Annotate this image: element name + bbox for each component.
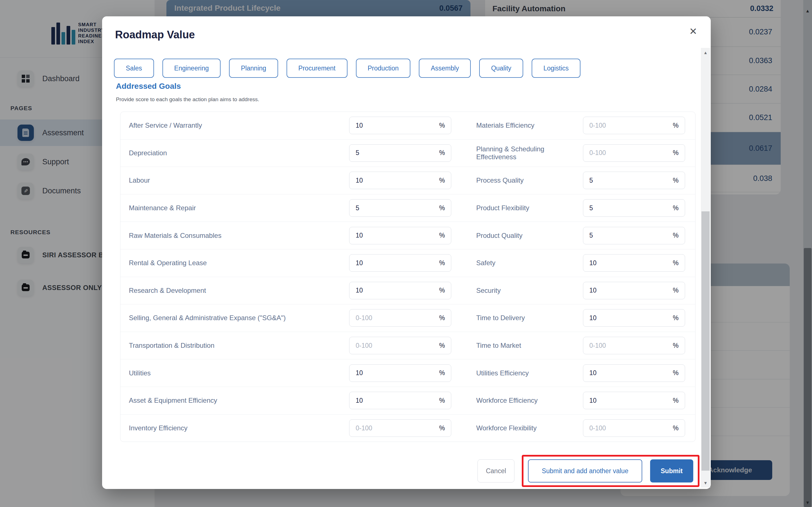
goal-percent-field: %: [583, 419, 685, 437]
cancel-button[interactable]: Cancel: [477, 459, 514, 483]
goal-percent-field: %: [349, 419, 451, 437]
goal-percent-input[interactable]: [356, 204, 439, 212]
percent-unit: %: [439, 232, 445, 239]
goal-percent-input[interactable]: [590, 259, 673, 267]
goal-percent-input[interactable]: [356, 314, 439, 322]
goal-label: Time to Delivery: [476, 314, 583, 322]
goal-label: Product Quality: [476, 232, 583, 239]
percent-unit: %: [673, 122, 678, 129]
goal-percent-input[interactable]: [356, 397, 439, 404]
department-chip-logistics[interactable]: Logistics: [531, 59, 580, 78]
goal-percent-field: %: [349, 309, 451, 327]
goal-percent-input[interactable]: [356, 342, 439, 349]
app-stage: SMART INDUSTRY READINESS INDEX Dashboard…: [0, 0, 812, 507]
goal-percent-field: %: [349, 144, 451, 162]
goal-label: Planning & Scheduling Effectiveness: [476, 145, 583, 161]
goal-percent-field: %: [349, 364, 451, 382]
goal-percent-field: %: [583, 254, 685, 272]
submit-button[interactable]: Submit: [650, 459, 693, 483]
goal-row: Raw Materials & Consumables%Product Qual…: [120, 222, 695, 249]
department-chip-assembly[interactable]: Assembly: [419, 59, 471, 78]
percent-unit: %: [673, 425, 678, 432]
goal-percent-field: %: [583, 117, 685, 134]
goal-percent-field: %: [349, 172, 451, 189]
percent-unit: %: [439, 397, 445, 404]
roadmap-value-modal: Roadmap Value ✕ SalesEngineeringPlanning…: [102, 16, 711, 489]
goal-percent-field: %: [583, 309, 685, 327]
goal-percent-input[interactable]: [590, 177, 673, 184]
goal-row: Asset & Equipment Efficiency%Workforce E…: [120, 387, 695, 414]
goal-percent-input[interactable]: [590, 425, 673, 432]
goal-percent-input[interactable]: [356, 287, 439, 294]
percent-unit: %: [673, 232, 678, 239]
goal-label: Asset & Equipment Efficiency: [129, 397, 349, 404]
goal-label: Materials Efficiency: [476, 121, 583, 129]
department-chip-engineering[interactable]: Engineering: [162, 59, 221, 78]
goal-label: Labour: [129, 176, 349, 184]
goal-row: Utilities%Utilities Efficiency%: [120, 359, 695, 387]
close-icon[interactable]: ✕: [689, 26, 698, 36]
goals-table: After Service / Warrantly%Materials Effi…: [120, 112, 696, 442]
department-chip-quality[interactable]: Quality: [479, 59, 523, 78]
goal-label: Safety: [476, 259, 583, 267]
department-chip-production[interactable]: Production: [356, 59, 411, 78]
goal-percent-input[interactable]: [590, 314, 673, 322]
goal-label: Workforce Flexibility: [476, 424, 583, 432]
goal-percent-input[interactable]: [590, 397, 673, 404]
goal-row: Labour%Process Quality%: [120, 167, 695, 194]
goal-percent-input[interactable]: [590, 287, 673, 294]
percent-unit: %: [673, 314, 678, 322]
goal-percent-field: %: [583, 227, 685, 244]
goal-percent-field: %: [583, 199, 685, 217]
modal-scroll-up-icon[interactable]: ▲: [701, 50, 710, 55]
modal-scroll-down-icon[interactable]: ▼: [701, 481, 710, 485]
goal-percent-input[interactable]: [590, 232, 673, 239]
percent-unit: %: [673, 177, 678, 184]
percent-unit: %: [673, 287, 678, 294]
red-highlight-box: Submit and add another value Submit: [522, 455, 700, 487]
goal-percent-input[interactable]: [356, 177, 439, 184]
goal-percent-input[interactable]: [590, 369, 673, 377]
goal-percent-input[interactable]: [590, 204, 673, 212]
percent-unit: %: [439, 342, 445, 349]
percent-unit: %: [439, 122, 445, 129]
percent-unit: %: [673, 204, 678, 212]
goal-label: Rental & Operating Lease: [129, 259, 349, 267]
percent-unit: %: [673, 397, 678, 404]
goal-percent-input[interactable]: [590, 149, 673, 157]
addressed-goals-subtitle: Provide score to each goals the action p…: [116, 96, 259, 103]
goal-percent-input[interactable]: [356, 425, 439, 432]
goal-percent-field: %: [349, 282, 451, 299]
department-chip-planning[interactable]: Planning: [229, 59, 278, 78]
goal-percent-input[interactable]: [356, 149, 439, 157]
goal-label: Security: [476, 287, 583, 294]
goal-percent-input[interactable]: [590, 342, 673, 349]
goal-label: After Service / Warrantly: [129, 121, 349, 129]
goal-percent-field: %: [583, 337, 685, 354]
department-chip-procurement[interactable]: Procurement: [287, 59, 348, 78]
goal-percent-field: %: [583, 364, 685, 382]
goal-label: Depreciation: [129, 149, 349, 157]
goal-percent-field: %: [349, 337, 451, 354]
goal-label: Utilities Efficiency: [476, 369, 583, 377]
modal-scrollbar-thumb[interactable]: [701, 211, 710, 471]
goal-row: Rental & Operating Lease%Safety%: [120, 249, 695, 277]
submit-add-another-button[interactable]: Submit and add another value: [528, 459, 642, 483]
goal-row: Selling, General & Administrative Expans…: [120, 304, 695, 332]
goal-percent-input[interactable]: [356, 369, 439, 377]
modal-title: Roadmap Value: [115, 29, 195, 41]
goal-label: Selling, General & Administrative Expans…: [129, 314, 349, 322]
goal-percent-input[interactable]: [356, 232, 439, 239]
goal-row: Inventory Efficiency%Workforce Flexibili…: [120, 414, 695, 442]
goal-row: Depreciation%Planning & Scheduling Effec…: [120, 139, 695, 167]
goal-label: Product Flexibility: [476, 204, 583, 212]
department-chip-sales[interactable]: Sales: [114, 59, 154, 78]
goal-percent-input[interactable]: [356, 259, 439, 267]
modal-scrollbar[interactable]: ▲ ▼: [701, 48, 710, 488]
goal-percent-input[interactable]: [590, 122, 673, 129]
goal-percent-input[interactable]: [356, 122, 439, 129]
goal-percent-field: %: [583, 392, 685, 409]
percent-unit: %: [439, 204, 445, 212]
goal-label: Time to Market: [476, 342, 583, 349]
percent-unit: %: [673, 259, 678, 267]
